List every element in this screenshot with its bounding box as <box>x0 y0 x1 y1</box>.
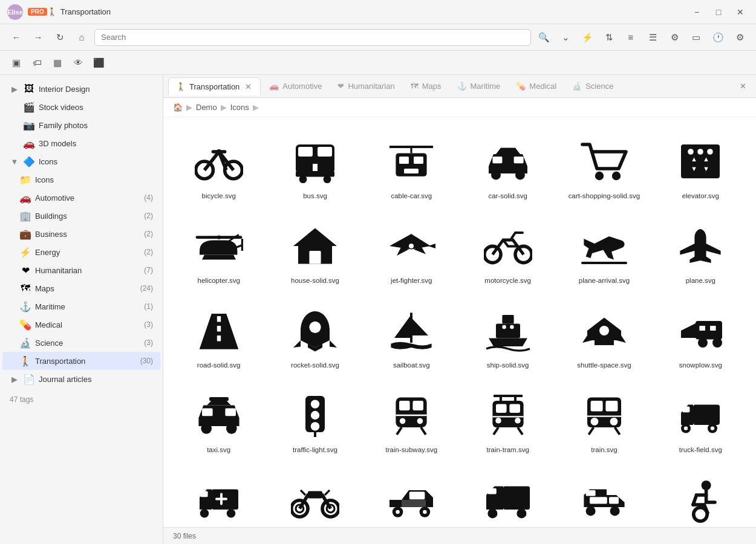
file-name-car: car-solid.svg <box>488 192 527 199</box>
refresh-button[interactable]: ↻ <box>51 28 69 47</box>
file-item-car[interactable]: car-solid.svg <box>462 127 553 207</box>
file-icon-pickup <box>384 473 438 527</box>
file-item-road[interactable]: road-solid.svg <box>173 296 264 376</box>
svg-rect-101 <box>402 500 426 507</box>
tab-maritime[interactable]: ⚓ Maritime <box>450 78 508 94</box>
file-item-wheelchair[interactable]: wheelchair.svg <box>655 465 746 527</box>
tab-medical[interactable]: 💊 Medical <box>509 78 564 94</box>
back-button[interactable]: ← <box>7 28 25 47</box>
more-button[interactable]: ⬛ <box>90 54 108 72</box>
3d-models-icon: 🚗 <box>23 137 35 149</box>
file-item-train-tram[interactable]: train-tram.svg <box>462 381 553 461</box>
sidebar-item-business[interactable]: 💼 Business (2) <box>2 225 160 243</box>
search-icon-button[interactable]: 🔍 <box>535 28 553 47</box>
sidebar-item-icons-folder[interactable]: 📁 Icons <box>2 170 160 189</box>
layout-button[interactable]: ▦ <box>48 54 67 72</box>
file-item-pickup[interactable]: pickup.svg <box>366 465 457 527</box>
list-button[interactable]: ≡ <box>622 28 640 47</box>
file-item-rocket[interactable]: rocket-solid.svg <box>269 296 360 376</box>
svg-point-63 <box>311 422 319 430</box>
sidebar-item-maritime[interactable]: ⚓ Maritime (1) <box>2 297 160 316</box>
collection-button[interactable]: ▣ <box>7 54 25 72</box>
file-item-train[interactable]: train.svg <box>558 381 650 461</box>
tab-maps[interactable]: 🗺 Maps <box>403 78 449 94</box>
home-button[interactable]: ⌂ <box>73 28 91 47</box>
titlebar-controls: − □ ✕ <box>688 4 749 21</box>
svg-rect-16 <box>492 157 502 163</box>
settings-button[interactable]: ⚙ <box>731 28 749 47</box>
file-item-atv[interactable]: atv.svg <box>269 465 360 527</box>
close-button[interactable]: ✕ <box>732 4 749 21</box>
file-item-motorcycle[interactable]: motorcycle.svg <box>462 212 553 291</box>
maximize-button[interactable]: □ <box>710 4 727 21</box>
sidebar-item-medical[interactable]: 💊 Medical (3) <box>2 316 160 334</box>
menu-button[interactable]: ☰ <box>644 28 662 47</box>
sidebar-item-science[interactable]: 🔬 Science (3) <box>2 334 160 352</box>
file-item-ambulance[interactable]: ambulance.svg <box>173 465 264 527</box>
sync-button[interactable]: ⇅ <box>600 28 618 47</box>
forward-button[interactable]: → <box>29 28 47 47</box>
breadcrumb-demo[interactable]: Demo <box>196 103 217 112</box>
svg-point-95 <box>226 509 235 517</box>
sidebar-item-stock-videos[interactable]: 🎬 Stock videos <box>2 98 160 116</box>
file-item-house[interactable]: house-solid.svg <box>269 212 360 291</box>
sidebar-item-maps[interactable]: 🗺 Maps (24) <box>2 279 160 297</box>
sidebar-item-buildings[interactable]: 🏢 Buildings (2) <box>2 207 160 225</box>
sidebar-label-stock-videos: Stock videos <box>39 103 153 112</box>
history-button[interactable]: 🕐 <box>709 28 727 47</box>
action-toolbar: ▣ 🏷 ▦ 👁 ⬛ <box>0 51 756 75</box>
file-item-ship[interactable]: ship-solid.svg <box>462 296 553 376</box>
sidebar-item-3d-models[interactable]: 🚗 3D models <box>2 134 160 152</box>
sidebar-item-humanitarian[interactable]: ❤ Humanitarian (7) <box>2 261 160 279</box>
fork-button[interactable]: ⚙ <box>665 28 683 47</box>
sidebar-toggle-button[interactable]: ▭ <box>687 28 705 47</box>
tab-science[interactable]: 🔬 Science <box>565 78 621 94</box>
flash-button[interactable]: ⚡ <box>578 28 596 47</box>
file-item-train-subway[interactable]: train-subway.svg <box>366 381 457 461</box>
preview-button[interactable]: 👁 <box>69 54 87 72</box>
svg-rect-93 <box>200 491 207 497</box>
file-item-shuttle[interactable]: shuttle-space.svg <box>558 296 650 376</box>
sidebar-item-journal-articles[interactable]: ▶ 📄 Journal articles <box>2 370 160 388</box>
file-item-snowplow[interactable]: snowplow.svg <box>655 296 746 376</box>
sidebar-item-family-photos[interactable]: 📷 Family photos <box>2 116 160 134</box>
search-input[interactable] <box>101 33 524 42</box>
sidebar-item-interior-design[interactable]: ▶ 🖼 Interior Design <box>2 80 160 98</box>
tab-close-transportation[interactable]: ✕ <box>243 82 253 91</box>
file-item-truck-field[interactable]: truck-field.svg <box>655 381 746 461</box>
main-area: ▶ 🖼 Interior Design 🎬 Stock videos 📷 Fam… <box>0 75 756 544</box>
tag-button[interactable]: 🏷 <box>28 54 46 72</box>
file-item-elevator[interactable]: ▲▲▼▼ elevator.svg <box>655 127 746 207</box>
file-item-jet-fighter[interactable]: jet-fighter.svg <box>366 212 457 291</box>
dropdown-button[interactable]: ⌄ <box>556 28 575 47</box>
sidebar-item-icons[interactable]: ▼ 🔷 Icons <box>2 152 160 170</box>
sidebar-item-transportation[interactable]: 🚶 Transportation (30) <box>2 352 160 370</box>
sidebar-label-transportation: Transportation <box>35 357 137 366</box>
file-item-sailboat[interactable]: sailboat.svg <box>366 296 457 376</box>
tab-transportation[interactable]: 🚶 Transportation ✕ <box>168 77 261 96</box>
file-item-minibus[interactable]: minibus.svg <box>558 465 650 527</box>
sidebar-item-energy[interactable]: ⚡ Energy (2) <box>2 243 160 261</box>
sidebar-label-interior-design: Interior Design <box>39 85 153 94</box>
tab-humanitarian[interactable]: ❤ Humanitarian <box>330 78 402 94</box>
breadcrumb-icons[interactable]: Icons <box>230 103 249 112</box>
file-item-traffic-light[interactable]: traffic-light.svg <box>269 381 360 461</box>
file-icon-road <box>192 303 246 358</box>
tab-automotive[interactable]: 🚗 Automotive <box>262 78 329 94</box>
close-all-tabs-button[interactable]: ✕ <box>734 78 751 95</box>
file-name-cable-car: cable-car.svg <box>391 192 432 199</box>
file-item-plane-arrival[interactable]: plane-arrival.svg <box>558 212 650 291</box>
file-item-cart[interactable]: cart-shopping-solid.svg <box>558 127 650 207</box>
file-name-motorcycle: motorcycle.svg <box>484 277 531 284</box>
file-item-plane[interactable]: plane.svg <box>655 212 746 291</box>
sidebar-item-automotive[interactable]: 🚗 Automotive (4) <box>2 189 160 207</box>
file-item-bicycle[interactable]: bicycle.svg <box>173 127 264 207</box>
file-item-helicopter[interactable]: helicopter.svg <box>173 212 264 291</box>
breadcrumb-home-icon[interactable]: 🏠 <box>173 103 183 112</box>
minimize-button[interactable]: − <box>688 4 705 21</box>
svg-point-2 <box>217 149 221 154</box>
file-item-taxi[interactable]: taxi.svg <box>173 381 264 461</box>
file-item-truck-big[interactable]: truck.svg <box>462 465 553 527</box>
file-item-cable-car[interactable]: cable-car.svg <box>366 127 457 207</box>
file-item-bus[interactable]: bus.svg <box>269 127 360 207</box>
